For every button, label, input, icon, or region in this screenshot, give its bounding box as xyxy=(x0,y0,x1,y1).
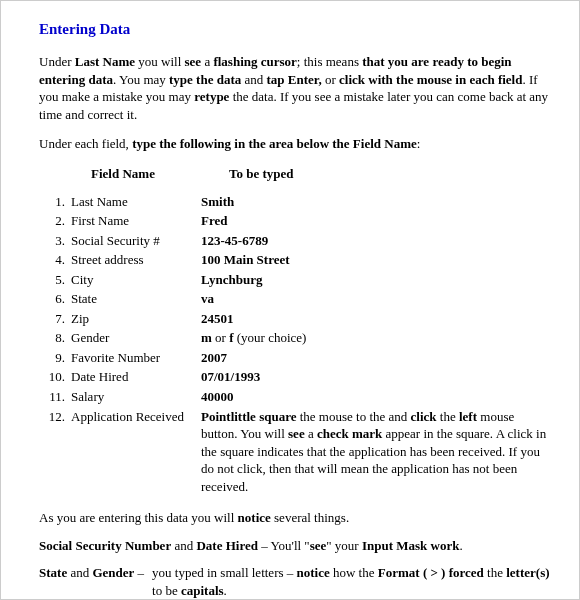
row-field-name: First Name xyxy=(71,212,201,230)
row-number: 5. xyxy=(39,271,71,289)
text: the mouse to the xyxy=(296,409,388,424)
text: . You may xyxy=(113,72,169,87)
text: ; this means xyxy=(297,54,362,69)
outro-line-1: As you are entering this data you will n… xyxy=(39,509,553,527)
row-field-name: Gender xyxy=(71,329,201,347)
row-value: Fred xyxy=(201,212,553,230)
row-value: va xyxy=(201,290,553,308)
text: " your xyxy=(326,538,362,553)
col-header-typed: To be typed xyxy=(229,165,294,183)
text-bold: Last Name xyxy=(75,54,135,69)
row-field-name: City xyxy=(71,271,201,289)
row-value: m or f (your choice) xyxy=(201,329,553,347)
text-bold: flashing cursor xyxy=(213,54,296,69)
text-bold: Date Hired xyxy=(196,538,258,553)
intro-paragraph: Under Last Name you will see a flashing … xyxy=(39,53,553,123)
table-row: 2.First NameFred xyxy=(39,212,553,230)
text-bold: click xyxy=(411,409,437,424)
text: and xyxy=(389,409,411,424)
row-value: 2007 xyxy=(201,349,553,367)
text: and xyxy=(171,538,196,553)
text-bold: 100 Main Street xyxy=(201,252,290,267)
row-value: Lynchburg xyxy=(201,271,553,289)
text-bold: Input Mask work xyxy=(362,538,460,553)
table-row: 11.Salary40000 xyxy=(39,388,553,406)
text: As you are entering this data you will xyxy=(39,510,238,525)
row-field-name: State xyxy=(71,290,201,308)
note-state-gender: State and Gender – you typed in small le… xyxy=(39,564,553,599)
row-field-name: Zip xyxy=(71,310,201,328)
table-row: 1.Last NameSmith xyxy=(39,193,553,211)
text-bold: see xyxy=(310,538,327,553)
text: (your choice) xyxy=(234,330,307,345)
row-number: 12. xyxy=(39,408,71,426)
col-header-field: Field Name xyxy=(91,165,229,183)
text-bold: Smith xyxy=(201,194,234,209)
page-title: Entering Data xyxy=(39,19,553,39)
table-row: 7.Zip24501 xyxy=(39,310,553,328)
row-number: 9. xyxy=(39,349,71,367)
table-row: 9.Favorite Number2007 xyxy=(39,349,553,367)
text: how the xyxy=(330,565,378,580)
text: Under xyxy=(39,54,75,69)
text-bold: 40000 xyxy=(201,389,234,404)
text: the xyxy=(484,565,506,580)
row-field-name: Social Security # xyxy=(71,232,201,250)
row-value: 24501 xyxy=(201,310,553,328)
col-header-spacer xyxy=(39,165,91,183)
row-field-name: Street address xyxy=(71,251,201,269)
table-row: 6.Stateva xyxy=(39,290,553,308)
text-bold: letter(s) xyxy=(506,565,549,580)
text-bold: little square xyxy=(231,409,297,424)
row-number: 6. xyxy=(39,290,71,308)
row-field-name: Salary xyxy=(71,388,201,406)
row-number: 1. xyxy=(39,193,71,211)
row-field-name: Date Hired xyxy=(71,368,201,386)
text: the xyxy=(437,409,459,424)
text-bold: m xyxy=(201,330,212,345)
text-bold: left xyxy=(459,409,477,424)
text: a xyxy=(305,426,317,441)
row-number: 3. xyxy=(39,232,71,250)
text-bold: 24501 xyxy=(201,311,234,326)
notes-section: As you are entering this data you will n… xyxy=(39,509,553,600)
text: : xyxy=(417,136,421,151)
text-bold: tap Enter, xyxy=(267,72,322,87)
row-value: 123-45-6789 xyxy=(201,232,553,250)
text: – You'll " xyxy=(258,538,310,553)
text-bold: check mark xyxy=(317,426,382,441)
text-bold: type the following in the area below the… xyxy=(132,136,417,151)
text-bold: 2007 xyxy=(201,350,227,365)
row-value: 40000 xyxy=(201,388,553,406)
text: to be xyxy=(152,583,181,598)
table-row: 10.Date Hired07/01/1993 xyxy=(39,368,553,386)
text-bold: Point xyxy=(201,409,231,424)
text-bold: Gender xyxy=(92,565,134,580)
table-row: 3.Social Security #123-45-6789 xyxy=(39,232,553,250)
text: – xyxy=(134,565,144,580)
row-field-name: Last Name xyxy=(71,193,201,211)
text: you typed in small letters – xyxy=(152,565,296,580)
text-bold: Lynchburg xyxy=(201,272,262,287)
text: . xyxy=(459,538,462,553)
text-bold: Fred xyxy=(201,213,227,228)
row-number: 7. xyxy=(39,310,71,328)
note-label: State and Gender – xyxy=(39,564,144,599)
row-field-name: Favorite Number xyxy=(71,349,201,367)
row-field-name: Application Received xyxy=(71,408,201,426)
text-bold: type the data xyxy=(169,72,241,87)
text: Under each field, xyxy=(39,136,132,151)
row-number: 2. xyxy=(39,212,71,230)
text: several things. xyxy=(271,510,349,525)
text-bold: 123-45-6789 xyxy=(201,233,268,248)
table-row: 5.CityLynchburg xyxy=(39,271,553,289)
table-row: 12.Application ReceivedPointlittle squar… xyxy=(39,408,553,496)
row-number: 11. xyxy=(39,388,71,406)
outro-line-2: Social Security Number and Date Hired – … xyxy=(39,537,553,555)
text-bold: see xyxy=(185,54,202,69)
row-value: 07/01/1993 xyxy=(201,368,553,386)
row-number: 8. xyxy=(39,329,71,347)
row-value: 100 Main Street xyxy=(201,251,553,269)
row-value: Smith xyxy=(201,193,553,211)
text-bold: capitals xyxy=(181,583,224,598)
